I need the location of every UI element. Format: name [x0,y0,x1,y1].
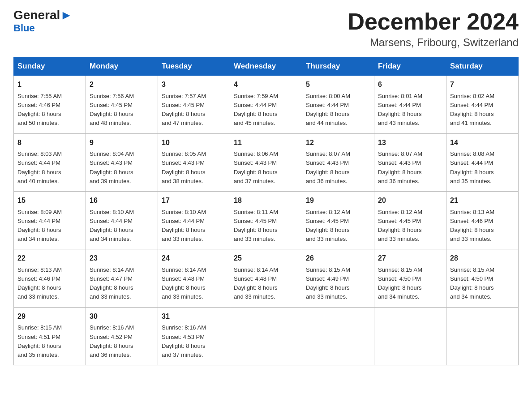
weekday-header-row: Sunday Monday Tuesday Wednesday Thursday… [14,57,519,76]
calendar-cell [302,307,374,365]
day-info: Sunrise: 8:05 AMSunset: 4:43 PMDaylight:… [162,150,206,184]
day-info: Sunrise: 8:06 AMSunset: 4:43 PMDaylight:… [234,150,278,184]
calendar-cell: 21Sunrise: 8:13 AMSunset: 4:46 PMDayligh… [446,191,519,249]
day-info: Sunrise: 8:01 AMSunset: 4:44 PMDaylight:… [378,93,422,126]
header-tuesday: Tuesday [158,57,230,76]
calendar-cell: 8Sunrise: 8:03 AMSunset: 4:44 PMDaylight… [14,133,86,191]
calendar-cell: 30Sunrise: 8:16 AMSunset: 4:52 PMDayligh… [86,307,158,365]
week-row-3: 15Sunrise: 8:09 AMSunset: 4:44 PMDayligh… [14,191,519,249]
day-info: Sunrise: 8:08 AMSunset: 4:44 PMDaylight:… [450,150,494,184]
logo-general: General► [13,9,73,21]
day-info: Sunrise: 8:10 AMSunset: 4:44 PMDaylight:… [162,209,206,242]
calendar-cell: 6Sunrise: 8:01 AMSunset: 4:44 PMDaylight… [374,76,446,133]
calendar-cell: 15Sunrise: 8:09 AMSunset: 4:44 PMDayligh… [14,191,86,249]
calendar-cell: 27Sunrise: 8:15 AMSunset: 4:50 PMDayligh… [374,249,446,307]
day-info: Sunrise: 8:15 AMSunset: 4:51 PMDaylight:… [17,324,62,358]
day-number: 18 [234,195,298,206]
day-info: Sunrise: 8:03 AMSunset: 4:44 PMDaylight:… [17,150,62,184]
day-info: Sunrise: 7:56 AMSunset: 4:45 PMDaylight:… [90,93,134,126]
calendar-cell: 29Sunrise: 8:15 AMSunset: 4:51 PMDayligh… [14,307,86,365]
day-info: Sunrise: 8:12 AMSunset: 4:45 PMDaylight:… [378,209,422,242]
logo-arrow: ► [60,9,73,21]
calendar-cell: 9Sunrise: 8:04 AMSunset: 4:43 PMDaylight… [86,133,158,191]
day-number: 13 [378,137,442,149]
week-row-1: 1Sunrise: 7:55 AMSunset: 4:46 PMDaylight… [14,76,519,133]
day-number: 25 [234,253,298,264]
page-header: General► Blue December 2024 Marsens, Fri… [13,9,519,49]
title-block: December 2024 Marsens, Fribourg, Switzer… [348,9,519,49]
day-number: 11 [234,137,298,149]
calendar-cell: 26Sunrise: 8:15 AMSunset: 4:49 PMDayligh… [302,249,374,307]
calendar-cell: 19Sunrise: 8:12 AMSunset: 4:45 PMDayligh… [302,191,374,249]
calendar-cell: 25Sunrise: 8:14 AMSunset: 4:48 PMDayligh… [230,249,302,307]
day-number: 30 [90,311,154,322]
day-number: 29 [17,311,82,322]
day-number: 2 [90,79,154,90]
calendar-cell: 31Sunrise: 8:16 AMSunset: 4:53 PMDayligh… [158,307,230,365]
day-number: 17 [162,195,226,206]
day-info: Sunrise: 8:14 AMSunset: 4:48 PMDaylight:… [162,266,206,300]
day-info: Sunrise: 8:15 AMSunset: 4:49 PMDaylight:… [306,266,350,300]
day-number: 10 [162,137,226,149]
day-number: 16 [90,195,154,206]
day-info: Sunrise: 8:13 AMSunset: 4:46 PMDaylight:… [450,209,494,242]
day-number: 12 [306,137,370,149]
day-info: Sunrise: 8:15 AMSunset: 4:50 PMDaylight:… [378,266,422,300]
calendar-cell [446,307,519,365]
day-number: 27 [378,253,442,264]
calendar-cell: 23Sunrise: 8:14 AMSunset: 4:47 PMDayligh… [86,249,158,307]
week-row-4: 22Sunrise: 8:13 AMSunset: 4:46 PMDayligh… [14,249,519,307]
day-info: Sunrise: 8:04 AMSunset: 4:43 PMDaylight:… [90,150,134,184]
day-info: Sunrise: 7:59 AMSunset: 4:44 PMDaylight:… [234,93,278,126]
day-info: Sunrise: 8:14 AMSunset: 4:48 PMDaylight:… [234,266,278,300]
day-number: 20 [378,195,442,206]
calendar-cell: 17Sunrise: 8:10 AMSunset: 4:44 PMDayligh… [158,191,230,249]
day-number: 24 [162,253,226,264]
day-info: Sunrise: 8:10 AMSunset: 4:44 PMDaylight:… [90,209,134,242]
day-info: Sunrise: 8:14 AMSunset: 4:47 PMDaylight:… [90,266,134,300]
day-number: 15 [17,195,82,206]
day-number: 23 [90,253,154,264]
day-number: 21 [450,195,515,206]
day-info: Sunrise: 8:15 AMSunset: 4:50 PMDaylight:… [450,266,494,300]
header-thursday: Thursday [302,57,374,76]
calendar-cell [374,307,446,365]
calendar-cell: 1Sunrise: 7:55 AMSunset: 4:46 PMDaylight… [14,76,86,133]
calendar-cell: 22Sunrise: 8:13 AMSunset: 4:46 PMDayligh… [14,249,86,307]
day-info: Sunrise: 8:16 AMSunset: 4:53 PMDaylight:… [162,324,206,358]
day-number: 3 [162,79,226,90]
day-number: 7 [450,79,515,90]
day-number: 1 [17,79,82,90]
week-row-2: 8Sunrise: 8:03 AMSunset: 4:44 PMDaylight… [14,133,519,191]
calendar-cell: 11Sunrise: 8:06 AMSunset: 4:43 PMDayligh… [230,133,302,191]
calendar-cell: 18Sunrise: 8:11 AMSunset: 4:45 PMDayligh… [230,191,302,249]
calendar-table: Sunday Monday Tuesday Wednesday Thursday… [13,57,519,365]
day-info: Sunrise: 8:11 AMSunset: 4:45 PMDaylight:… [234,209,278,242]
month-year-title: December 2024 [348,9,519,34]
day-number: 8 [17,137,82,149]
header-friday: Friday [374,57,446,76]
day-info: Sunrise: 7:55 AMSunset: 4:46 PMDaylight:… [17,93,62,126]
day-number: 6 [378,79,442,90]
day-number: 31 [162,311,226,322]
day-info: Sunrise: 8:12 AMSunset: 4:45 PMDaylight:… [306,209,350,242]
calendar-cell: 12Sunrise: 8:07 AMSunset: 4:43 PMDayligh… [302,133,374,191]
calendar-cell: 5Sunrise: 8:00 AMSunset: 4:44 PMDaylight… [302,76,374,133]
day-info: Sunrise: 8:13 AMSunset: 4:46 PMDaylight:… [17,266,62,300]
day-number: 22 [17,253,82,264]
calendar-cell: 10Sunrise: 8:05 AMSunset: 4:43 PMDayligh… [158,133,230,191]
day-number: 26 [306,253,370,264]
location-subtitle: Marsens, Fribourg, Switzerland [348,36,519,49]
calendar-cell: 20Sunrise: 8:12 AMSunset: 4:45 PMDayligh… [374,191,446,249]
day-info: Sunrise: 8:07 AMSunset: 4:43 PMDaylight:… [378,150,422,184]
day-number: 14 [450,137,515,149]
week-row-5: 29Sunrise: 8:15 AMSunset: 4:51 PMDayligh… [14,307,519,365]
calendar-cell: 13Sunrise: 8:07 AMSunset: 4:43 PMDayligh… [374,133,446,191]
calendar-cell: 24Sunrise: 8:14 AMSunset: 4:48 PMDayligh… [158,249,230,307]
day-number: 19 [306,195,370,206]
logo-blue: Blue [13,22,35,34]
header-wednesday: Wednesday [230,57,302,76]
calendar-cell: 3Sunrise: 7:57 AMSunset: 4:45 PMDaylight… [158,76,230,133]
day-info: Sunrise: 8:00 AMSunset: 4:44 PMDaylight:… [306,93,350,126]
calendar-cell: 4Sunrise: 7:59 AMSunset: 4:44 PMDaylight… [230,76,302,133]
